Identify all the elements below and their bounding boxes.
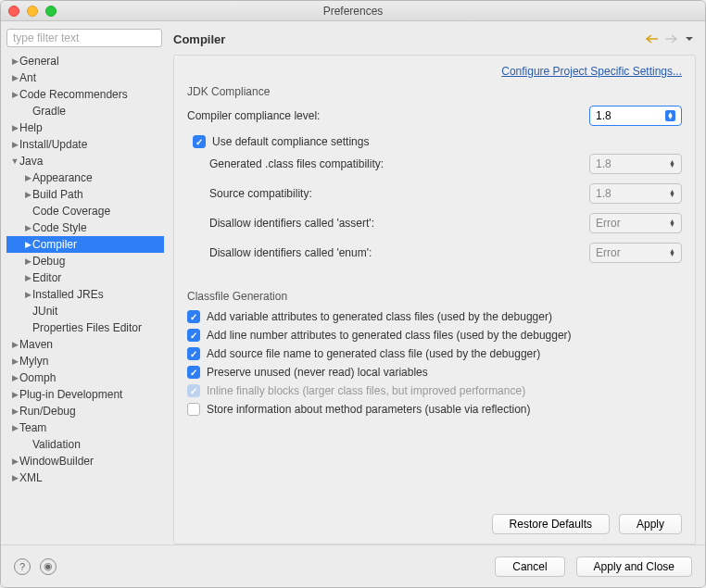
tree-item[interactable]: ▶Run/Debug bbox=[6, 403, 164, 419]
tree-item[interactable]: ▶General bbox=[6, 53, 164, 69]
chevron-right-icon: ▶ bbox=[10, 423, 19, 432]
footer: ? ◉ Cancel Apply and Close bbox=[1, 544, 705, 587]
tree-item[interactable]: ▶WindowBuilder bbox=[6, 453, 164, 469]
compliance-sub-row: Disallow identifiers called 'enum':Error… bbox=[187, 243, 682, 263]
chevron-right-icon: ▶ bbox=[10, 373, 19, 382]
tree-item[interactable]: ▶Ant bbox=[6, 69, 164, 86]
classfile-section-title: Classfile Generation bbox=[187, 290, 682, 303]
select: 1.8▲▼ bbox=[589, 183, 682, 204]
import-export-icon[interactable]: ◉ bbox=[40, 558, 57, 575]
tree-item[interactable]: ▶Oomph bbox=[6, 369, 164, 386]
tree-item[interactable]: ▼Java bbox=[6, 153, 164, 169]
checkbox-icon bbox=[187, 347, 200, 360]
row-label: Disallow identifiers called 'enum': bbox=[187, 246, 589, 259]
chevron-updown-icon: ▲▼ bbox=[669, 249, 675, 256]
tree-item[interactable]: ▶Gradle bbox=[6, 103, 164, 119]
tree-item[interactable]: ▶Compiler bbox=[6, 236, 164, 253]
tree-item-label: JUnit bbox=[32, 305, 57, 318]
checkbox-label: Add source file name to generated class … bbox=[207, 347, 540, 360]
settings-panel: Configure Project Specific Settings... J… bbox=[173, 55, 696, 544]
chevron-right-icon: ▶ bbox=[10, 56, 19, 66]
tree-item[interactable]: ▶Team bbox=[6, 419, 164, 436]
tree-item[interactable]: ▶Maven bbox=[6, 336, 164, 353]
cancel-button[interactable]: Cancel bbox=[495, 557, 564, 577]
chevron-right-icon: ▶ bbox=[23, 173, 32, 182]
checkbox-icon bbox=[193, 135, 206, 148]
menu-dropdown-icon[interactable] bbox=[683, 32, 696, 45]
titlebar: Preferences bbox=[1, 1, 705, 21]
compliance-level-select[interactable]: 1.8 ▲▼ bbox=[589, 106, 682, 126]
chevron-right-icon: ▶ bbox=[10, 390, 19, 399]
use-default-checkbox-row[interactable]: Use default compliance settings bbox=[187, 135, 682, 148]
chevron-right-icon: ▶ bbox=[10, 340, 19, 349]
checkbox-icon bbox=[187, 310, 200, 323]
tree-item[interactable]: ▶Debug bbox=[6, 253, 164, 269]
tree-item[interactable]: ▶Appearance bbox=[6, 169, 164, 186]
tree-item-label: Installed JREs bbox=[32, 288, 104, 301]
jdk-section-title: JDK Compliance bbox=[187, 85, 682, 98]
tree-item-label: Code Style bbox=[32, 221, 87, 234]
chevron-right-icon: ▶ bbox=[10, 73, 19, 82]
tree-item[interactable]: ▶Mylyn bbox=[6, 353, 164, 369]
chevron-down-icon: ▼ bbox=[10, 156, 19, 166]
main-area: ▶General▶Ant▶Code Recommenders▶Gradle▶He… bbox=[1, 21, 705, 544]
tree-item-label: Editor bbox=[32, 271, 61, 284]
select: 1.8▲▼ bbox=[589, 154, 682, 174]
row-label: Source compatibility: bbox=[187, 187, 589, 200]
checkbox-icon bbox=[187, 329, 200, 342]
tree-item[interactable]: ▶Validation bbox=[6, 436, 164, 453]
tree-item[interactable]: ▶Properties Files Editor bbox=[6, 319, 164, 336]
tree-item-label: Help bbox=[19, 121, 43, 134]
checkbox-icon bbox=[187, 384, 200, 397]
tree-item[interactable]: ▶Install/Update bbox=[6, 136, 164, 153]
tree-item-label: Team bbox=[19, 421, 46, 434]
chevron-updown-icon: ▲▼ bbox=[669, 190, 675, 197]
tree-item-label: Appearance bbox=[32, 171, 93, 184]
chevron-right-icon: ▶ bbox=[10, 140, 19, 149]
header-toolbar bbox=[646, 32, 696, 45]
checkbox-label: Add variable attributes to generated cla… bbox=[207, 310, 552, 323]
help-icon[interactable]: ? bbox=[14, 558, 31, 575]
tree-item[interactable]: ▶Build Path bbox=[6, 186, 164, 203]
project-settings-link[interactable]: Configure Project Specific Settings... bbox=[187, 65, 682, 78]
chevron-updown-icon: ▲▼ bbox=[669, 219, 675, 227]
tree-item-label: Run/Debug bbox=[19, 405, 76, 418]
chevron-right-icon: ▶ bbox=[10, 357, 19, 366]
page-header: Compiler bbox=[173, 27, 696, 51]
tree-item-label: Properties Files Editor bbox=[32, 321, 142, 334]
restore-defaults-button[interactable]: Restore Defaults bbox=[492, 514, 610, 534]
tree-item-label: Gradle bbox=[32, 105, 66, 118]
tree-item[interactable]: ▶JUnit bbox=[6, 303, 164, 319]
tree-item[interactable]: ▶Plug-in Development bbox=[6, 386, 164, 403]
checkbox-row[interactable]: Add line number attributes to generated … bbox=[187, 329, 682, 342]
tree-item-label: Mylyn bbox=[19, 355, 48, 368]
apply-close-button[interactable]: Apply and Close bbox=[576, 557, 692, 577]
tree-item[interactable]: ▶Editor bbox=[6, 269, 164, 286]
content-pane: Compiler Configure Project Specific Sett… bbox=[170, 21, 705, 544]
row-label: Disallow identifiers called 'assert': bbox=[187, 217, 589, 230]
tree-item[interactable]: ▶Code Recommenders bbox=[6, 86, 164, 103]
tree-item[interactable]: ▶XML bbox=[6, 469, 164, 486]
tree-item[interactable]: ▶Help bbox=[6, 119, 164, 136]
apply-button[interactable]: Apply bbox=[619, 514, 682, 534]
checkbox-row[interactable]: Store information about method parameter… bbox=[187, 403, 682, 416]
chevron-updown-icon: ▲▼ bbox=[665, 110, 675, 121]
checkbox-icon bbox=[187, 403, 200, 416]
chevron-right-icon: ▶ bbox=[10, 90, 19, 99]
use-default-label: Use default compliance settings bbox=[212, 135, 369, 148]
chevron-right-icon: ▶ bbox=[23, 223, 32, 232]
chevron-right-icon: ▶ bbox=[23, 240, 32, 249]
checkbox-row[interactable]: Add variable attributes to generated cla… bbox=[187, 310, 682, 323]
tree-item-label: Code Recommenders bbox=[19, 88, 128, 101]
filter-input[interactable] bbox=[6, 29, 162, 47]
select: Error▲▼ bbox=[589, 213, 682, 233]
checkbox-row[interactable]: Add source file name to generated class … bbox=[187, 347, 682, 360]
tree-item[interactable]: ▶Installed JREs bbox=[6, 286, 164, 303]
checkbox-row[interactable]: Preserve unused (never read) local varia… bbox=[187, 366, 682, 379]
tree-item[interactable]: ▶Code Style bbox=[6, 219, 164, 236]
tree-item-label: Build Path bbox=[32, 188, 83, 201]
tree-item[interactable]: ▶Code Coverage bbox=[6, 203, 164, 219]
chevron-right-icon: ▶ bbox=[23, 256, 32, 266]
nav-tree: ▶General▶Ant▶Code Recommenders▶Gradle▶He… bbox=[6, 53, 164, 486]
back-icon[interactable] bbox=[646, 32, 659, 45]
